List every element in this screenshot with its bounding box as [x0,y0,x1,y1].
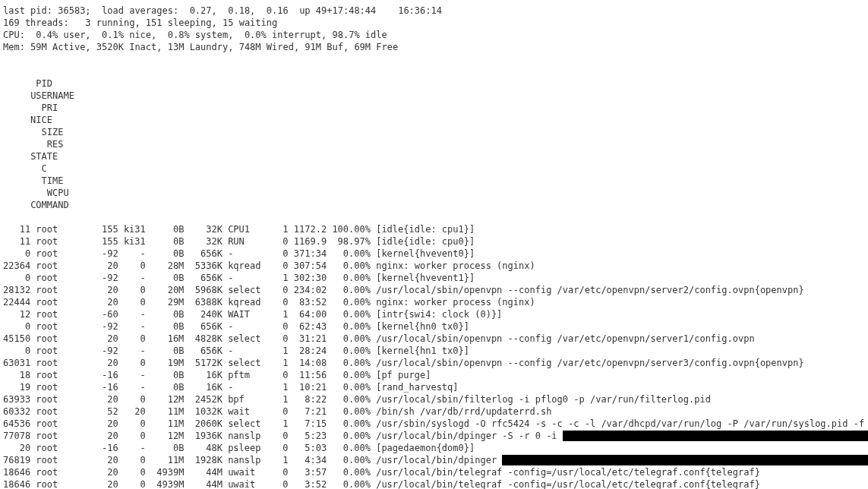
cell-wcpu: 0.00% [327,418,371,430]
cell-command: /usr/local/bin/dpinger [371,454,502,466]
cell-time: 5:23 [289,430,327,442]
cell-wcpu: 0.00% [327,308,371,320]
cell-time: 3:57 [289,466,327,478]
cell-nice: 0 [118,418,146,430]
process-row: 22444root20029M6388Kkqread083:520.00%ngi… [3,296,865,308]
cell-wcpu: 0.00% [327,430,371,442]
process-list: 11root155ki310B32KCPU111172.2100.00%[idl… [3,223,865,489]
cell-user: root [30,260,85,272]
process-row: 63933root20012M2452Kbpf18:220.00%/usr/lo… [3,393,865,405]
cell-time: 83:52 [289,296,327,308]
cell-pri: 20 [85,333,118,345]
cell-pid: 77078 [3,430,30,442]
process-row: 20root-16-0B48Kpsleep05:030.00%[pagedaem… [3,442,865,454]
cell-pid: 20 [3,442,30,454]
cell-nice: ki31 [118,235,146,248]
cell-nice: 0 [118,333,146,345]
process-row: 0root-92-0B656K-062:430.00%[kernel{hn0 t… [3,320,865,333]
cell-command: nginx: worker process (nginx) [371,260,535,272]
cell-res: 1032K [184,405,223,418]
cell-c: 0 [267,248,289,260]
cell-pid: 0 [3,345,30,357]
cell-user: root [30,430,85,442]
process-row: 77078root20012M1936Knanslp05:230.00%/usr… [3,430,865,442]
cell-nice: 0 [118,430,146,442]
cell-size: 28M [146,260,185,272]
cell-c: 1 [267,223,289,235]
cell-pid: 45150 [3,333,30,345]
cell-pid: 0 [3,272,30,284]
cell-res: 2452K [184,393,223,405]
cell-command: /usr/local/sbin/openvpn --config /var/et… [371,333,755,345]
cell-command: /usr/local/sbin/openvpn --config /var/et… [371,284,804,296]
cell-wcpu: 0.00% [327,320,371,333]
cell-user: root [30,272,85,284]
cell-res: 656K [184,345,223,357]
cell-time: 1169.9 [289,235,327,248]
cell-size: 0B [146,248,185,260]
cell-pid: 0 [3,248,30,260]
process-row: 11root155ki310B32KCPU111172.2100.00%[idl… [3,223,865,235]
blank-separator [3,53,865,65]
cell-state: kqread [223,260,267,272]
cell-nice: - [118,381,146,393]
cell-pri: -92 [85,345,118,357]
cell-nice: - [118,320,146,333]
cell-time: 7:15 [289,418,327,430]
cell-pid: 76819 [3,454,30,466]
cell-wcpu: 0.00% [327,248,371,260]
cell-res: 32K [184,223,223,235]
cell-wcpu: 0.00% [327,478,371,489]
cell-size: 0B [146,369,185,381]
cell-c: 0 [267,235,289,248]
cell-command: [idle{idle: cpu0}] [371,235,475,248]
cell-time: 10:21 [289,381,327,393]
cell-size: 20M [146,284,185,296]
cell-c: 0 [267,442,289,454]
col-header-wcpu: WCPU [25,187,69,199]
cell-wcpu: 0.00% [327,369,371,381]
cell-wcpu: 0.00% [327,454,371,466]
cell-state: - [223,272,267,284]
cell-command: nginx: worker process (nginx) [371,296,535,308]
cell-pid: 0 [3,320,30,333]
cell-command: /usr/local/sbin/filterlog -i pflog0 -p /… [371,393,711,405]
cell-nice: 0 [118,260,146,272]
process-row: 19root-16-0B16K-110:210.00%[rand_harvest… [3,381,865,393]
cell-state: nanslp [223,454,267,466]
cell-pri: 20 [85,357,118,369]
cell-wcpu: 0.00% [327,357,371,369]
cell-wcpu: 0.00% [327,272,371,284]
cell-size: 4939M [146,478,185,489]
cell-state: CPU1 [223,223,267,235]
cell-res: 44M [184,466,223,478]
cell-command: /usr/local/bin/dpinger -S -r 0 -i [371,430,563,442]
col-header-pri: PRI [25,102,58,114]
cell-pri: -16 [85,369,118,381]
cell-pid: 11 [3,223,30,235]
cell-user: root [30,333,85,345]
cell-res: 4828K [184,333,223,345]
cell-state: - [223,381,267,393]
cell-wcpu: 0.00% [327,333,371,345]
col-header-state: STATE [25,150,69,162]
cell-user: root [30,393,85,405]
cell-res: 16K [184,369,223,381]
cell-time: 8:22 [289,393,327,405]
cell-size: 19M [146,357,185,369]
cell-command: /usr/sbin/syslogd -O rfc5424 -s -c -c -l… [371,418,868,430]
cell-res: 44M [184,478,223,489]
cell-pri: 20 [85,296,118,308]
cell-time: 4:34 [289,454,327,466]
summary-line-1: last pid: 36583; load averages: 0.27, 0.… [3,5,865,17]
cell-pri: 20 [85,430,118,442]
cell-wcpu: 0.00% [327,284,371,296]
cell-time: 371:34 [289,248,327,260]
col-header-pid: PID [25,77,52,90]
cell-state: select [223,333,267,345]
cell-wcpu: 0.00% [327,260,371,272]
cell-user: root [30,442,85,454]
cell-user: root [30,320,85,333]
cell-time: 28:24 [289,345,327,357]
cell-pri: -92 [85,248,118,260]
